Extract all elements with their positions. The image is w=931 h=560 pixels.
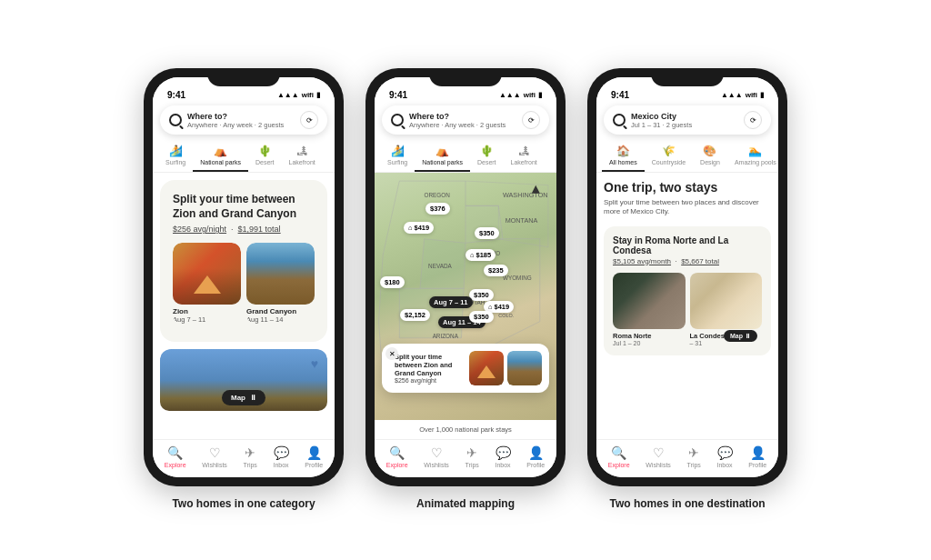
svg-text:COLO.: COLO. — [498, 313, 514, 318]
tab-surfing-2[interactable]: 🏄 Surfing — [380, 142, 415, 172]
filter-icon-3[interactable]: ⟳ — [744, 111, 762, 129]
status-icons-3: ▲▲▲ wifi ▮ — [721, 91, 764, 99]
national-parks-icon-1: ⛺ — [214, 145, 227, 157]
lakefront-icon-1: 🏞 — [296, 145, 307, 157]
status-time-3: 9:41 — [611, 90, 629, 100]
nav-explore-2[interactable]: 🔍 Explore — [386, 445, 408, 468]
wifi-icon-3: wifi — [746, 91, 757, 99]
price-pin-235: $235 — [484, 265, 508, 276]
map-badge-3[interactable]: Map ⏸ — [724, 330, 757, 342]
map-button-1[interactable]: Map ⏸ — [222, 390, 265, 405]
phones-row: 9:41 ▲▲▲ wifi ▮ Where to? Anywhere · Any… — [135, 50, 796, 510]
nav-profile-2[interactable]: 👤 Profile — [526, 445, 545, 468]
price-pin-350a: $350 — [475, 227, 499, 239]
popup-close-button[interactable]: ✕ — [385, 347, 398, 360]
category-tabs-3: 🏠 All homes 🌾 Countryside 🎨 Design 🏊 Ama… — [596, 138, 778, 173]
nav-wishlists-1[interactable]: ♡ Wishlists — [202, 445, 227, 468]
explore-icon-1: 🔍 — [167, 445, 183, 460]
explore-icon-3: 🔍 — [611, 445, 626, 460]
trips-icon-2: ✈ — [466, 445, 477, 460]
map-pause-icon: ⏸ — [249, 394, 256, 402]
nav-inbox-1[interactable]: 💬 Inbox — [274, 445, 289, 468]
phone-1: 9:41 ▲▲▲ wifi ▮ Where to? Anywhere · Any… — [144, 68, 344, 486]
tab-all-homes-3[interactable]: 🏠 All homes — [602, 142, 645, 172]
bottom-nav-2: 🔍 Explore ♡ Wishlists ✈ Trips 💬 Inbox — [375, 439, 556, 477]
price-pin-2152: $2,152 — [400, 309, 430, 321]
search-text-1: Where to? Anywhere · Any week · 2 guests — [187, 112, 295, 129]
phone-container-2: 9:41 ▲▲▲ wifi ▮ Where to? Anywhere · Any… — [365, 68, 566, 510]
phone-container-1: 9:41 ▲▲▲ wifi ▮ Where to? Anywhere · Any… — [144, 68, 344, 510]
tab-national-parks-2[interactable]: ⛺ National parks — [415, 142, 470, 172]
tab-desert-1[interactable]: 🌵 Desert — [248, 142, 282, 172]
nav-inbox-2[interactable]: 💬 Inbox — [496, 445, 511, 468]
explore-icon-2: 🔍 — [389, 445, 405, 460]
popup-canyon-img — [507, 351, 542, 385]
tab-desert-2[interactable]: 🌵 Desert — [470, 142, 504, 172]
tab-amazing-pools-3[interactable]: 🏊 Amazing pools — [727, 142, 778, 172]
svg-text:WASHINGTON: WASHINGTON — [503, 191, 548, 199]
tab-countryside-3[interactable]: 🌾 Countryside — [645, 142, 693, 172]
svg-text:NEVADA: NEVADA — [428, 263, 452, 269]
filter-icon-1[interactable]: ⟳ — [300, 111, 318, 129]
nav-explore-1[interactable]: 🔍 Explore — [165, 445, 186, 468]
signal-icon-1: ▲▲▲ — [277, 91, 299, 99]
svg-marker-10 — [532, 185, 540, 194]
popup-zion-img — [469, 351, 504, 385]
nav-wishlists-2[interactable]: ♡ Wishlists — [424, 445, 449, 468]
nav-wishlists-3[interactable]: ♡ Wishlists — [646, 445, 671, 468]
dest-content-3: One trip, two stays Split your time betw… — [596, 173, 778, 363]
content-1: Split your time between Zion and Grand C… — [153, 173, 335, 439]
wishlists-icon-3: ♡ — [653, 445, 665, 460]
dest-card-3: Stay in Roma Norte and La Condesa $5,105… — [604, 226, 771, 355]
search-bar-3[interactable]: Mexico City Jul 1 – 31 · 2 guests ⟳ — [604, 105, 771, 135]
phone-3: 9:41 ▲▲▲ wifi ▮ Mexico City Jul 1 – 31 ·… — [587, 68, 787, 486]
tab-lakefront-2[interactable]: 🏞 Lakefront — [504, 142, 545, 172]
map-popup-2[interactable]: ✕ Split your time between Zion and Grand… — [382, 344, 549, 393]
battery-icon-2: ▮ — [538, 91, 542, 99]
map-card-1[interactable]: ♥ Map ⏸ — [160, 349, 327, 415]
status-time-2: 9:41 — [389, 90, 407, 100]
wishlist-heart-icon[interactable]: ♥ — [311, 356, 318, 371]
grand-canyon-image-wrap: Grand Canyon Aug 11 – 14 — [246, 243, 315, 324]
nav-profile-1[interactable]: 👤 Profile — [305, 445, 323, 468]
profile-icon-1: 👤 — [306, 445, 322, 460]
nav-trips-3[interactable]: ✈ Trips — [687, 445, 701, 468]
caption-1: Two homes in one category — [172, 497, 315, 510]
dest-images-3: Roma Norte Jul 1 – 20 La Condesa – 31 Ma… — [613, 273, 762, 346]
map-full-2[interactable]: WASHINGTON MONTANA OREGON IDAHO WYOMING … — [375, 173, 556, 420]
profile-icon-3: 👤 — [750, 445, 766, 460]
nav-explore-3[interactable]: 🔍 Explore — [608, 445, 630, 468]
nav-profile-3[interactable]: 👤 Profile — [748, 445, 766, 468]
nav-trips-2[interactable]: ✈ Trips — [466, 445, 479, 468]
signal-icon-2: ▲▲▲ — [499, 91, 521, 99]
price-pin-419a: $419 — [404, 222, 434, 234]
phone-inner-1: 9:41 ▲▲▲ wifi ▮ Where to? Anywhere · Any… — [153, 77, 335, 477]
surfing-icon-1: 🏄 — [169, 145, 183, 157]
search-icon-1 — [169, 114, 182, 126]
status-icons-1: ▲▲▲ wifi ▮ — [277, 91, 320, 99]
price-pin-185: $185 — [466, 249, 496, 261]
zion-image — [173, 243, 241, 305]
phone-inner-3: 9:41 ▲▲▲ wifi ▮ Mexico City Jul 1 – 31 ·… — [596, 77, 778, 477]
split-card-1: Split your time between Zion and Grand C… — [160, 180, 327, 342]
search-bar-1[interactable]: Where to? Anywhere · Any week · 2 guests… — [160, 105, 327, 135]
nav-trips-1[interactable]: ✈ Trips — [244, 445, 257, 468]
search-icon-2 — [391, 114, 404, 126]
tab-national-parks-1[interactable]: ⛺ National parks — [193, 142, 248, 172]
search-text-3: Mexico City Jul 1 – 31 · 2 guests — [631, 112, 738, 129]
filter-icon-2[interactable]: ⟳ — [522, 111, 540, 129]
inbox-icon-3: 💬 — [717, 445, 733, 460]
zion-image-wrap: Zion Aug 7 – 11 — [173, 243, 241, 324]
popup-img-aug7: Aug 7 — [469, 351, 504, 385]
tab-design-3[interactable]: 🎨 Design — [693, 142, 727, 172]
search-bar-2[interactable]: Where to? Anywhere · Any week · 2 guests… — [382, 105, 549, 135]
phone-notch-3 — [651, 68, 724, 86]
tab-surfing-1[interactable]: 🏄 Surfing — [158, 142, 193, 172]
map-footer-2: Over 1,000 national park stays — [375, 420, 556, 439]
caption-2: Animated mapping — [416, 497, 515, 510]
phone-container-3: 9:41 ▲▲▲ wifi ▮ Mexico City Jul 1 – 31 ·… — [587, 68, 787, 510]
card-price-1: $256 avg/night · $1,991 total — [173, 225, 315, 234]
wishlists-icon-1: ♡ — [209, 445, 221, 460]
tab-lakefront-1[interactable]: 🏞 Lakefront — [282, 142, 323, 172]
nav-inbox-3[interactable]: 💬 Inbox — [717, 445, 733, 468]
